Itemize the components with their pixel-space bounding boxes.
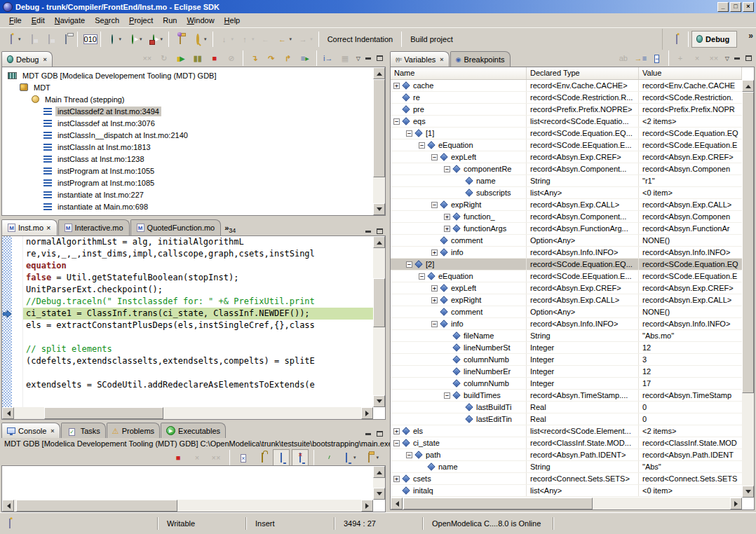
- expander-icon[interactable]: −: [431, 321, 438, 327]
- debug-button[interactable]: ▾: [104, 31, 125, 48]
- debug-tree-row[interactable]: instantiate at Main.mo:698: [2, 200, 373, 212]
- maximize-view-button[interactable]: [743, 54, 753, 62]
- close-icon[interactable]: ×: [46, 224, 50, 232]
- table-row[interactable]: −prerecord<Prefix.Prefix.NOPRE>record<Pr…: [391, 104, 742, 116]
- table-row[interactable]: −buildTimesrecord<Absyn.TimeStamp....rec…: [391, 390, 742, 402]
- menu-window[interactable]: Window: [182, 14, 219, 27]
- collapse-all-button[interactable]: −: [649, 50, 666, 67]
- table-row[interactable]: −lineNumberErInteger12: [391, 366, 742, 378]
- tab-quotedfunction-mo[interactable]: MQuotedFunction.mo: [130, 219, 222, 235]
- dropdown-arrow-icon[interactable]: ▾: [204, 36, 207, 42]
- menu-search[interactable]: Search: [90, 14, 124, 27]
- save-button[interactable]: [24, 31, 41, 48]
- pin-console-button[interactable]: [319, 449, 336, 466]
- correct-indentation-button[interactable]: Correct Indentation: [322, 33, 399, 46]
- table-row[interactable]: −pathrecord<Absyn.Path.IDENT>record<Absy…: [391, 449, 742, 461]
- table-row[interactable]: +elslist<record<SCode.Element...<2 items…: [391, 425, 742, 437]
- expander-icon[interactable]: −: [406, 452, 412, 458]
- new-wizard-button[interactable]: *▾: [3, 31, 24, 48]
- editor-tab-overflow[interactable]: »34: [224, 224, 236, 234]
- scroll-lock-button[interactable]: [254, 449, 271, 466]
- show-logical-structure-button[interactable]: →≡: [632, 50, 649, 67]
- debug-scrollbar-vertical[interactable]: [373, 67, 385, 215]
- table-row[interactable]: −commentOption<Any>NONE(): [391, 306, 742, 318]
- table-row[interactable]: +function_record<Absyn.Component...recor…: [391, 211, 742, 223]
- print-button[interactable]: [58, 31, 74, 48]
- table-row[interactable]: −rerecord<SCode.Restriction.R...record<S…: [391, 92, 742, 104]
- maximize-view-button[interactable]: [374, 54, 384, 62]
- dropdown-arrow-icon[interactable]: ▾: [376, 455, 379, 460]
- expander-icon[interactable]: +: [444, 226, 450, 232]
- toolbar-overflow-chevron[interactable]: »: [748, 31, 753, 41]
- show-stderr-toggle-button[interactable]: [292, 449, 309, 466]
- debug-perspective-button[interactable]: Debug: [691, 31, 737, 48]
- dropdown-arrow-icon[interactable]: ▾: [231, 36, 234, 42]
- dropdown-arrow-icon[interactable]: ▾: [290, 36, 292, 42]
- code-editor[interactable]: normalAlgorithmLst = alg, initialAlgorit…: [23, 236, 373, 407]
- table-row[interactable]: −initalqlist<Any><0 item>: [391, 485, 742, 497]
- expander-icon[interactable]: −: [444, 166, 450, 172]
- table-row[interactable]: +functionArgsrecord<Absyn.FunctionArg...…: [391, 223, 742, 235]
- table-row[interactable]: −eEquationrecord<SCode.EEquation.E...rec…: [391, 139, 742, 151]
- table-row[interactable]: −eqslist<record<SCode.Equatio...<2 items…: [391, 116, 742, 128]
- expander-icon[interactable]: +: [431, 297, 438, 303]
- expander-icon[interactable]: +: [393, 428, 400, 434]
- remove-button[interactable]: ×: [689, 50, 706, 67]
- step-into-selection-button[interactable]: i→: [320, 50, 337, 67]
- column-header-declared-type[interactable]: Declared Type: [527, 67, 639, 79]
- maximize-window-button[interactable]: □: [730, 2, 741, 12]
- new-watch-expression-button[interactable]: +: [672, 50, 689, 67]
- table-row[interactable]: −expLeftrecord<Absyn.Exp.CREF>record<Abs…: [391, 151, 742, 163]
- tab-variables[interactable]: (x)=Variables×: [390, 51, 450, 67]
- minimize-window-button[interactable]: _: [717, 2, 729, 12]
- next-annotation-button[interactable]: ↓▾: [216, 31, 237, 48]
- step-into-button[interactable]: ↴: [246, 50, 263, 67]
- clear-console-button[interactable]: ×: [235, 449, 252, 466]
- tab-inst-mo[interactable]: MInst.mo×: [1, 219, 58, 235]
- tab-console[interactable]: Console×: [1, 423, 60, 438]
- table-row[interactable]: −columnNumbInteger3: [391, 354, 742, 366]
- use-step-filters-button[interactable]: ▦: [337, 50, 353, 67]
- expander-icon[interactable]: −: [431, 202, 438, 208]
- debug-tree-row[interactable]: instClassIn at Inst.mo:1813: [2, 141, 373, 153]
- debug-tree-row[interactable]: instClassdef at Inst.mo:3076: [2, 117, 373, 129]
- remove-all-button[interactable]: ××: [706, 50, 722, 67]
- menu-navigate[interactable]: Navigate: [50, 14, 90, 27]
- open-perspective-button[interactable]: *: [668, 31, 685, 48]
- expander-icon[interactable]: −: [393, 440, 400, 446]
- tab-breakpoints[interactable]: ◉Breakpoints: [450, 51, 511, 67]
- back-button[interactable]: ←▾: [274, 31, 295, 48]
- table-row[interactable]: +inforecord<Absyn.Info.INFO>record<Absyn…: [391, 247, 742, 259]
- suspend-button[interactable]: ▮▮: [189, 50, 206, 67]
- terminate-button[interactable]: ■: [206, 50, 223, 67]
- expander-icon[interactable]: −: [406, 130, 412, 137]
- binary-file-button[interactable]: 010: [81, 31, 97, 48]
- debug-tree-row[interactable]: instProgram at Inst.mo:1085: [2, 177, 373, 189]
- disconnect-button[interactable]: ⊘: [223, 50, 240, 67]
- remove-all-launches-button[interactable]: ××: [208, 449, 224, 466]
- expander-icon[interactable]: +: [431, 285, 438, 292]
- close-icon[interactable]: ×: [43, 56, 46, 63]
- table-row[interactable]: −lineNumberStInteger12: [391, 342, 742, 354]
- instruction-stepping-button[interactable]: ≡▸: [297, 50, 313, 67]
- table-row[interactable]: −eEquationrecord<SCode.EEquation.E...rec…: [391, 271, 742, 282]
- minimize-editor-button[interactable]: [363, 227, 373, 235]
- expander-icon[interactable]: +: [444, 214, 450, 220]
- expander-icon[interactable]: +: [431, 249, 438, 256]
- display-selected-console-button[interactable]: ▾: [338, 449, 359, 466]
- table-row[interactable]: −columnNumbInteger17: [391, 378, 742, 390]
- minimize-view-button[interactable]: [363, 430, 373, 438]
- dropdown-arrow-icon[interactable]: ▾: [140, 36, 142, 42]
- close-icon[interactable]: ×: [440, 56, 443, 63]
- debug-tree-row[interactable]: instProgram at Inst.mo:1055: [2, 165, 373, 177]
- variables-scrollbar-vertical[interactable]: [742, 80, 754, 498]
- debug-tree-row[interactable]: Main Thread (stepping): [2, 93, 373, 105]
- column-header-name[interactable]: Name: [391, 67, 527, 79]
- step-return-button[interactable]: ↱: [280, 50, 297, 67]
- debug-tree-row[interactable]: instantiate at Inst.mo:227: [2, 189, 373, 200]
- tab-interactive-mo[interactable]: MInteractive.mo: [58, 219, 130, 235]
- terminate-button[interactable]: ■: [170, 449, 187, 466]
- last-edit-location-button[interactable]: ←: [257, 31, 274, 48]
- table-row[interactable]: −lastBuildTiReal0: [391, 402, 742, 413]
- table-row[interactable]: −lastEditTinReal0: [391, 413, 742, 425]
